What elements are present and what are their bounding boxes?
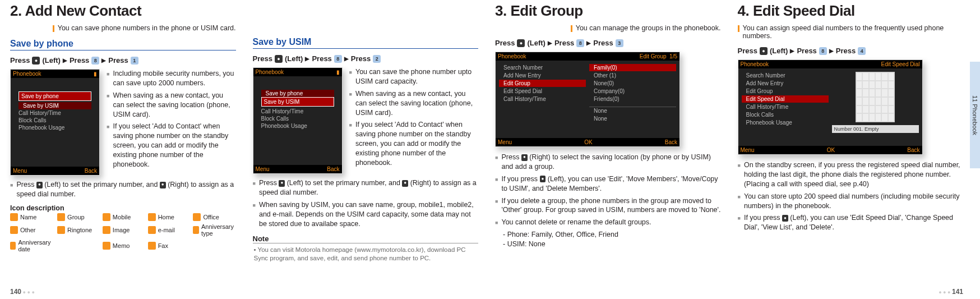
icon-cell: Group — [57, 213, 98, 221]
shot-item: Phonebook Usage — [14, 124, 96, 131]
icon-cell: Name — [10, 213, 53, 221]
shot-title: Edit Group — [640, 53, 667, 59]
softkey: OK — [584, 139, 592, 145]
fax-icon — [148, 242, 156, 250]
key-3-icon: 3 — [616, 39, 623, 47]
bullet: If you press ● (Left), you can use 'Edit… — [738, 213, 964, 232]
note-heading: Note — [253, 234, 479, 243]
press-label: Press — [253, 54, 272, 63]
shot-item: Edit Speed Dial — [742, 95, 829, 103]
icon-cell: Mobile — [103, 213, 144, 221]
bullet: Press ● (Right) to select the saving loc… — [495, 153, 721, 172]
subline-text: You can assign speed dial numbers to the… — [743, 24, 964, 40]
icon-desc-heading: Icon description — [10, 204, 236, 212]
page-number-right: 141 — [939, 288, 963, 296]
shot-title: Edit Speed Dial — [881, 61, 920, 67]
shot-item: Call History/Time — [742, 103, 829, 111]
anniv-type-icon — [193, 226, 199, 234]
key-8-icon: 8 — [91, 57, 99, 65]
speed-dial-grid-icon — [856, 72, 895, 122]
note-body: You can visit Motorola homepage (www.mym… — [253, 243, 479, 263]
icon-cell: Other — [10, 223, 53, 237]
nav-key-icon: ● — [402, 180, 408, 187]
bullet: When saving as a new contact, you can se… — [107, 91, 236, 119]
subline-add-contact: You can save phone numbers in the phone … — [10, 24, 236, 32]
press-label: Press — [797, 47, 816, 55]
subline-text: You can save phone numbers in the phone … — [58, 24, 236, 32]
shot-item: None(0) — [589, 80, 676, 87]
ringtone-icon — [57, 226, 65, 234]
shot-title: Phonebook — [741, 61, 769, 67]
key-4-icon: 4 — [858, 47, 866, 55]
arrow-icon: ▶ — [790, 48, 794, 54]
shot-item: Block Calls — [257, 115, 339, 122]
softkey: Menu — [498, 139, 512, 145]
mobile-icon — [103, 213, 110, 221]
subheading-save-usim: Save by USIM — [253, 37, 479, 49]
bullet: You can save the phone number upto USIM … — [349, 67, 479, 86]
icon-cell: e-mail — [148, 223, 189, 237]
page-number-left: 140 — [10, 288, 35, 296]
shot-item: Block Calls — [14, 117, 96, 124]
bullet: When saving as a new contact, you can se… — [349, 89, 479, 118]
icon-cell: Image — [103, 223, 144, 237]
shot-item: Call History/Time — [257, 108, 339, 115]
arrow-icon: ▶ — [344, 56, 349, 62]
bullet: You cannot delete or rename the default … — [495, 218, 721, 227]
nav-key-icon: ● — [32, 57, 40, 65]
sub-bullet: - Phone: Family, Other, Office, Friend — [503, 230, 721, 240]
key-8-icon: 8 — [819, 47, 827, 55]
softkey: Back — [327, 166, 339, 172]
page-spread: 2. Add New Contact You can save phone nu… — [0, 0, 980, 299]
shot-title: Phonebook — [256, 69, 284, 75]
email-icon — [148, 226, 156, 234]
side-tab: 11 Phonebook — [970, 62, 980, 168]
shot-item: Call History/Time — [499, 95, 586, 103]
nav-key-icon: ● — [782, 215, 788, 222]
bullet: Press ● (Left) to set the primary number… — [10, 180, 236, 199]
bullet: Press ● (Left) to set the primary number… — [253, 178, 479, 197]
press-label: Press — [554, 39, 574, 47]
icon-cell: Home — [148, 213, 189, 221]
icon-cell — [57, 239, 98, 252]
press-label: Press — [593, 39, 613, 47]
accent-bar-icon — [571, 25, 572, 32]
nav-key-icon: ● — [760, 47, 768, 55]
shot-item: Save by phone — [261, 90, 334, 97]
text: Press — [16, 181, 36, 188]
arrow-icon: ▶ — [305, 56, 309, 62]
press-sequence-speed: Press ● (Left) ▶ Press 8 ▶ Press 4 — [738, 47, 964, 55]
shot-item: Add New Entry — [742, 80, 829, 87]
key-1-icon: 1 — [131, 57, 138, 65]
section-2-right: Save by USIM Press ● (Left) ▶ Press 8 ▶ … — [253, 2, 479, 295]
bullet: On the standby screen, if you press the … — [738, 160, 964, 189]
softkey: Menu — [741, 147, 755, 153]
section-3: 3. Edit Group You can manage the groups … — [495, 2, 721, 295]
office-icon — [193, 213, 201, 221]
shot-item: Save by phone — [19, 91, 91, 101]
bullet: You can store upto 200 speed dial number… — [738, 192, 964, 211]
press-label: Press — [351, 54, 371, 63]
press-sequence-phone: Press ● (Left) ▶ Press 8 ▶ Press 1 — [10, 56, 236, 65]
arrow-icon: ▶ — [829, 48, 834, 54]
shot-item: Company(0) — [589, 88, 676, 95]
nav-key-icon: ● — [517, 39, 525, 47]
other-icon — [10, 226, 18, 234]
shot-item: Other (1) — [589, 72, 676, 79]
memo-icon — [103, 242, 110, 250]
shot-item: Edit Group — [742, 88, 829, 95]
text: (Left) to set the primary number, and — [285, 179, 402, 187]
heading-edit-group: 3. Edit Group — [495, 2, 721, 20]
heading-add-contact: 2. Add New Contact — [10, 2, 236, 20]
press-sequence-group: Press ● (Left) ▶ Press 8 ▶ Press 3 — [495, 39, 721, 47]
press-label: Press — [738, 47, 757, 55]
bullet: If you press ● (Left), you can use 'Edit… — [495, 174, 721, 194]
shot-item: Edit Speed Dial — [499, 88, 586, 95]
press-label: (Left) — [42, 56, 61, 65]
heading-edit-speed-dial: 4. Edit Speed Dial — [738, 2, 964, 20]
nav-key-icon: ● — [275, 55, 283, 63]
sub-bullet: - USIM: None — [503, 240, 721, 249]
group-icon — [57, 213, 65, 221]
subline-text: You can manage the groups in the phonebo… — [576, 24, 721, 32]
bullets-phone: Including mobile security numbers, you c… — [107, 69, 236, 176]
